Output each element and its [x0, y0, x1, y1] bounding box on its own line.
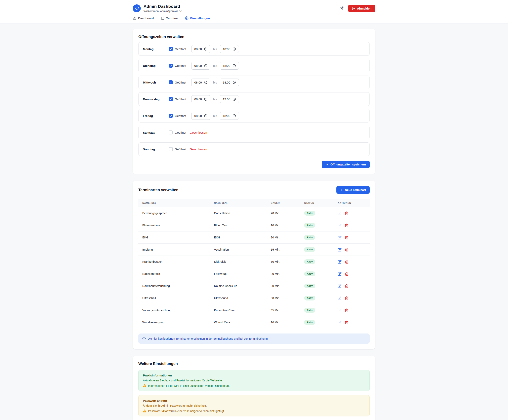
- page-title: Admin Dashboard: [143, 4, 182, 9]
- trash-icon: [345, 248, 349, 252]
- time-input-to[interactable]: 18:00: [220, 112, 239, 120]
- open-checkbox[interactable]: [169, 47, 173, 51]
- password-notice: Passwort-Editor wird in einer zukünftige…: [148, 409, 224, 413]
- time-input-to[interactable]: 18:00: [220, 62, 239, 70]
- open-checkbox[interactable]: [169, 147, 173, 151]
- password-description: Ändern Sie Ihr Admin-Passwort für mehr S…: [143, 404, 365, 407]
- time-to-value: 18:00: [223, 64, 230, 67]
- column-header-name-en: Name (EN): [210, 199, 267, 207]
- open-label: Geöffnet: [175, 114, 186, 117]
- new-appointment-type-button[interactable]: Neue Terminart: [336, 186, 370, 194]
- day-label: Dienstag: [143, 64, 169, 67]
- time-input-to[interactable]: 18:00: [220, 79, 239, 86]
- clock-icon: [232, 47, 236, 51]
- cell-name-de: Vorsorgeuntersuchung: [138, 304, 210, 316]
- edit-button[interactable]: [338, 308, 342, 312]
- cell-name-de: Nachkontrolle: [138, 268, 210, 280]
- cell-duration: 45 Min.: [267, 304, 300, 316]
- time-from-value: 08:00: [194, 81, 202, 84]
- status-badge: Aktiv: [304, 259, 315, 264]
- appointment-types-table: Name (DE) Name (EN) Dauer Status Aktione…: [138, 199, 370, 328]
- tab-einstellungen[interactable]: Einstellungen: [185, 16, 210, 23]
- cell-name-en: ECG: [210, 232, 267, 244]
- time-input-from[interactable]: 08:00: [191, 45, 210, 53]
- delete-button[interactable]: [345, 284, 349, 288]
- open-checkbox[interactable]: [169, 114, 173, 118]
- edit-icon: [338, 248, 342, 252]
- edit-button[interactable]: [338, 248, 342, 252]
- delete-button[interactable]: [345, 236, 349, 239]
- until-label: bis: [213, 97, 217, 101]
- delete-button[interactable]: [345, 224, 349, 227]
- edit-button[interactable]: [338, 211, 342, 215]
- cell-duration: 20 Min.: [267, 268, 300, 280]
- cell-duration: 20 Min.: [267, 232, 300, 244]
- edit-button[interactable]: [338, 321, 342, 324]
- edit-button[interactable]: [338, 224, 342, 227]
- external-link-button[interactable]: [339, 6, 344, 11]
- edit-button[interactable]: [338, 296, 342, 300]
- open-checkbox[interactable]: [169, 97, 173, 101]
- logout-button[interactable]: Abmelden: [348, 5, 375, 12]
- closed-label: Geschlossen: [190, 131, 207, 134]
- time-input-from[interactable]: 08:00: [191, 79, 210, 86]
- delete-button[interactable]: [345, 260, 349, 264]
- delete-button[interactable]: [345, 321, 349, 324]
- status-badge: Aktiv: [304, 320, 315, 325]
- time-to-value: 18:00: [223, 47, 230, 51]
- tab-dashboard[interactable]: Dashboard: [133, 16, 154, 23]
- tab-termine[interactable]: Termine: [161, 16, 178, 23]
- practice-info-notice: Informationen-Editor wird in einer zukün…: [148, 384, 230, 387]
- appointment-type-row: Routineuntersuchung Routine Check-up 30 …: [138, 280, 370, 292]
- cell-name-de: Ultraschall: [138, 292, 210, 304]
- cell-name-de: Wundversorgung: [138, 316, 210, 328]
- external-link-icon: [339, 6, 344, 11]
- day-label: Donnerstag: [143, 97, 169, 101]
- opening-hours-day-row: Montag Geöffnet 08:00 bis 18:00: [138, 42, 370, 56]
- edit-button[interactable]: [338, 272, 342, 276]
- new-button-label: Neue Terminart: [345, 188, 366, 191]
- welcome-subtitle: Willkommen, admin@praxis.de: [143, 10, 182, 13]
- trash-icon: [345, 321, 349, 324]
- time-input-from[interactable]: 08:00: [191, 95, 210, 103]
- open-checkbox[interactable]: [169, 64, 173, 68]
- day-label: Montag: [143, 47, 169, 51]
- save-opening-hours-button[interactable]: Öffnungszeiten speichern: [322, 161, 370, 168]
- status-badge: Aktiv: [304, 308, 315, 313]
- column-header-actions: Aktionen: [334, 199, 370, 207]
- password-panel: Passwort ändern Ändern Sie Ihr Admin-Pas…: [138, 395, 370, 416]
- open-label: Geöffnet: [175, 97, 186, 101]
- delete-button[interactable]: [345, 272, 349, 276]
- delete-button[interactable]: [345, 296, 349, 300]
- delete-button[interactable]: [345, 248, 349, 252]
- time-input-from[interactable]: 08:00: [191, 62, 210, 70]
- time-input-to[interactable]: 19:00: [220, 95, 239, 103]
- time-to-value: 18:00: [223, 81, 230, 84]
- open-label: Geöffnet: [175, 131, 186, 134]
- edit-icon: [338, 260, 342, 264]
- edit-icon: [338, 296, 342, 300]
- tab-label: Einstellungen: [190, 16, 210, 20]
- day-label: Samstag: [143, 131, 169, 134]
- until-label: bis: [213, 47, 217, 51]
- open-checkbox[interactable]: [169, 80, 173, 84]
- edit-button[interactable]: [338, 284, 342, 288]
- trash-icon: [345, 296, 349, 300]
- delete-button[interactable]: [345, 211, 349, 215]
- day-label: Sonntag: [143, 148, 169, 151]
- edit-button[interactable]: [338, 236, 342, 239]
- trash-icon: [345, 272, 349, 276]
- practice-info-panel: Praxisinformationen Aktualisieren Sie Ar…: [138, 370, 370, 391]
- edit-button[interactable]: [338, 260, 342, 264]
- clock-icon: [204, 97, 207, 101]
- open-checkbox[interactable]: [169, 130, 173, 134]
- clock-icon: [204, 114, 207, 117]
- appointment-type-row: Nachkontrolle Follow-up 20 Min. Aktiv: [138, 268, 370, 280]
- more-settings-title: Weitere Einstellungen: [138, 362, 370, 366]
- delete-button[interactable]: [345, 308, 349, 312]
- clock-icon: [204, 47, 207, 51]
- time-input-to[interactable]: 18:00: [220, 45, 239, 53]
- day-label: Mittwoch: [143, 81, 169, 84]
- cell-name-de: EKG: [138, 232, 210, 244]
- time-input-from[interactable]: 08:00: [191, 112, 210, 120]
